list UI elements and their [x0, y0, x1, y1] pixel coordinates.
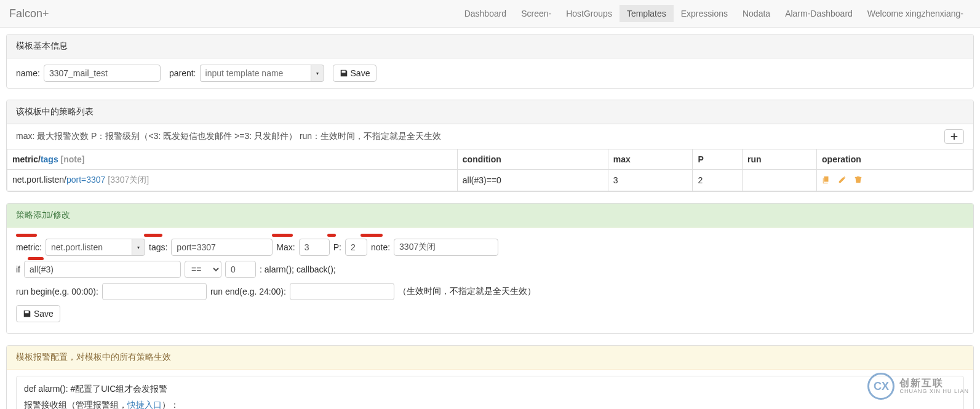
metric-label: metric: — [16, 242, 42, 252]
panel-alarm-config-heading: 模板报警配置，对模板中的所有策略生效 — [7, 346, 973, 370]
parent-label: parent: — [169, 68, 196, 78]
metric-input[interactable] — [46, 239, 132, 256]
nav-welcome-user[interactable]: Welcome xingzhenxiang- — [860, 5, 971, 22]
save-strategy-label: Save — [34, 309, 54, 319]
alarm-callback-text: : alarm(); callback(); — [260, 264, 336, 274]
row-run — [743, 170, 817, 191]
chevron-down-icon: ▾ — [316, 71, 319, 76]
floppy-icon — [340, 69, 348, 77]
panel-strategy-edit-heading: 策略添加/修改 — [7, 204, 973, 228]
floppy-icon — [23, 309, 31, 318]
col-condition: condition — [457, 149, 608, 170]
col-max: max — [608, 149, 693, 170]
watermark: CX 创新互联 CHUANG XIN HU LIAN — [867, 373, 969, 400]
threshold-input[interactable] — [225, 261, 256, 278]
parent-input[interactable] — [200, 65, 311, 82]
add-strategy-button[interactable] — [944, 129, 964, 144]
row-max: 3 — [608, 170, 693, 191]
tags-label: tags: — [149, 242, 167, 252]
p-input[interactable] — [345, 239, 367, 256]
navbar: Falcon+ Dashboard Screen- HostGroups Tem… — [0, 0, 980, 28]
table-row: net.port.listen/port=3307 [3307关闭] all(#… — [7, 170, 973, 191]
nav-templates[interactable]: Templates — [619, 5, 674, 22]
clone-icon[interactable] — [822, 175, 831, 186]
alarm-def-text: def alarm(): #配置了UIC组才会发报警 — [24, 384, 956, 395]
nav-hostgroups[interactable]: HostGroups — [559, 5, 619, 22]
run-end-input[interactable] — [290, 283, 394, 300]
save-button-label: Save — [351, 68, 370, 78]
note-input[interactable] — [394, 239, 498, 256]
parent-dropdown-toggle[interactable]: ▾ — [311, 65, 324, 82]
annotation-marks-2 — [16, 257, 964, 260]
max-input[interactable] — [299, 239, 330, 256]
run-begin-label: run begin(e.g. 00:00): — [16, 287, 98, 296]
recv-group-label-post: ）： — [162, 400, 179, 409]
run-end-label: run end(e.g. 24:00): — [210, 287, 286, 296]
name-input[interactable] — [44, 65, 161, 82]
nav-expressions[interactable]: Expressions — [674, 5, 735, 22]
brand[interactable]: Falcon+ — [9, 7, 49, 20]
nav-dashboard[interactable]: Dashboard — [457, 5, 514, 22]
alarm-block: def alarm(): #配置了UIC组才会发报警 报警接收组（管理报警组，快… — [16, 376, 964, 409]
col-metric-tags: metric/tags [note] — [7, 149, 458, 170]
nav-nodata[interactable]: Nodata — [735, 5, 778, 22]
col-run: run — [743, 149, 817, 170]
annotation-marks — [16, 234, 964, 239]
p-label: P: — [333, 242, 341, 252]
panel-template-info-heading: 模板基本信息 — [7, 34, 973, 58]
runtime-note: （生效时间，不指定就是全天生效） — [398, 286, 536, 297]
max-label: Max: — [276, 242, 295, 252]
strategy-table: metric/tags [note] condition max P run o… — [7, 149, 973, 191]
if-input[interactable] — [24, 261, 181, 278]
if-label: if — [16, 264, 20, 274]
nav-screen[interactable]: Screen- — [514, 5, 559, 22]
panel-template-info: 模板基本信息 name: parent: ▾ Save — [6, 34, 974, 89]
col-p: P — [693, 149, 743, 170]
watermark-en: CHUANG XIN HU LIAN — [899, 389, 969, 395]
note-label: note: — [371, 242, 390, 252]
save-button[interactable]: Save — [333, 65, 377, 82]
save-strategy-button[interactable]: Save — [16, 305, 60, 322]
panel-alarm-config: 模板报警配置，对模板中的所有策略生效 def alarm(): #配置了UIC组… — [6, 345, 974, 409]
run-begin-input[interactable] — [102, 283, 207, 300]
row-tags: port=3307 — [66, 175, 105, 185]
recv-group-label-pre: 报警接收组（管理报警组， — [24, 400, 127, 409]
edit-icon[interactable] — [838, 175, 847, 186]
col-operation: operation — [817, 149, 973, 170]
recv-group-link[interactable]: 快捷入口 — [127, 400, 162, 409]
row-p: 2 — [693, 170, 743, 191]
plus-icon — [950, 132, 958, 141]
row-condition: all(#3)==0 — [457, 170, 608, 191]
strategy-list-subtitle: max: 最大报警次数 P：报警级别（<3: 既发短信也发邮件 >=3: 只发邮… — [16, 131, 441, 142]
operator-select[interactable]: == — [185, 261, 221, 278]
row-note: [3307关闭] — [105, 175, 149, 185]
metric-dropdown-toggle[interactable]: ▾ — [132, 239, 145, 256]
watermark-logo: CX — [867, 373, 894, 400]
nav-alarm-dashboard[interactable]: Alarm-Dashboard — [778, 5, 860, 22]
nav-list: Dashboard Screen- HostGroups Templates E… — [457, 5, 971, 22]
panel-strategy-list-heading: 该模板中的策略列表 — [7, 100, 973, 124]
watermark-cn: 创新互联 — [899, 378, 969, 389]
delete-icon[interactable] — [854, 175, 862, 186]
panel-strategy-list: 该模板中的策略列表 max: 最大报警次数 P：报警级别（<3: 既发短信也发邮… — [6, 100, 974, 192]
panel-strategy-edit: 策略添加/修改 metric: ▾ tags: Max: P: — [6, 203, 974, 334]
name-label: name: — [16, 68, 40, 78]
tags-input[interactable] — [171, 239, 273, 256]
row-metric: net.port.listen/ — [12, 175, 66, 185]
chevron-down-icon: ▾ — [137, 245, 140, 250]
